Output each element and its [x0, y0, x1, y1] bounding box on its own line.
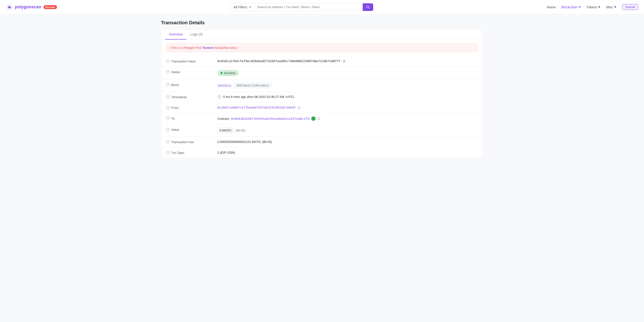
- nav-misc[interactable]: Misc: [606, 5, 616, 9]
- chevron-down-icon: [598, 6, 600, 8]
- help-icon-fee[interactable]: ?: [166, 140, 170, 144]
- field-timestamp: ? Timestamp: 🕐 5 hrs 6 mins ago (Nov-06-…: [161, 92, 483, 102]
- field-status: ? Status: Success: [161, 67, 483, 80]
- header-left: polygonscan Mumbai: [6, 3, 57, 11]
- page-title: Transaction Details: [161, 20, 483, 26]
- field-transaction-hash: ? Transaction Hash: 0x910ca1fb4cfef9ec05…: [161, 56, 483, 67]
- field-transaction-fee: ? Transaction Fee: 0.000555365064031101 …: [161, 137, 483, 148]
- to-address-link[interactable]: 0xb94362b467363594a655deadbe61a1457ad0c2…: [231, 117, 310, 120]
- status-badge: Success: [218, 70, 239, 76]
- field-from: ? From: 0x204fcadb07c577bda947b5fdb33f63…: [161, 102, 483, 113]
- nav-blockchain[interactable]: Blockchain: [561, 5, 581, 9]
- field-value-to: Contract 0xb94362b467363594a655deadbe61a…: [218, 116, 321, 121]
- help-icon-to[interactable]: ?: [166, 116, 170, 120]
- copy-from-icon[interactable]: [298, 106, 301, 109]
- testnet-button[interactable]: Testnet: [622, 4, 638, 10]
- testnet-highlight: Testnet: [202, 46, 213, 50]
- transaction-card: Overview Logs (3) [ This is a Polygon Po…: [161, 29, 483, 158]
- field-label-transaction-hash: ? Transaction Hash:: [166, 59, 214, 63]
- logo[interactable]: polygonscan Mumbai: [6, 3, 57, 11]
- field-label-txn-type: ? Txn Type:: [166, 151, 214, 154]
- field-label-status: ? Status:: [166, 70, 214, 74]
- field-value-from: 0x204fcadb07c577bda947b5fdb33f630330c50e…: [218, 106, 301, 109]
- field-value-status: Success: [218, 70, 239, 76]
- help-icon-status[interactable]: ?: [166, 70, 170, 74]
- field-value-value: 0 MATIC ($0.00): [218, 128, 246, 133]
- help-icon-timestamp[interactable]: ?: [166, 95, 170, 99]
- fee-value: 0.000555365064031101 MATIC ($0.00): [218, 140, 272, 144]
- chevron-down-icon: [578, 6, 581, 8]
- help-icon-txhash[interactable]: ?: [166, 59, 170, 63]
- logo-text: polygonscan: [15, 4, 41, 10]
- nav-home[interactable]: Home: [547, 5, 556, 9]
- timestamp-text: 5 hrs 6 mins ago (Nov-06-2022 02:46:27 A…: [223, 95, 294, 98]
- tab-logs[interactable]: Logs (3): [186, 30, 206, 40]
- copy-txhash-icon[interactable]: [342, 60, 346, 63]
- header: polygonscan Mumbai All Filters Home Bloc…: [0, 0, 644, 14]
- block-number-link[interactable]: 29003213: [218, 84, 231, 88]
- main-nav: Home Blockchain Tokens Misc Testnet: [547, 4, 638, 10]
- field-value-transaction-fee: 0.000555365064031101 MATIC ($0.00): [218, 140, 272, 144]
- clock-icon: 🕐: [218, 95, 221, 98]
- status-dot: [220, 72, 222, 74]
- contract-prefix: Contract: [218, 117, 229, 120]
- verified-icon: ✓: [311, 116, 316, 121]
- field-value-txn-type: 2 (EIP-1559): [218, 151, 235, 154]
- search-bar: All Filters: [230, 3, 373, 11]
- field-label-value: ? Value:: [166, 128, 214, 132]
- copy-to-icon[interactable]: [318, 117, 321, 120]
- field-value-transaction-hash: 0x910ca1fb4cfef9ec050ebe8571636faad05c74…: [218, 59, 346, 63]
- chevron-down-icon: [614, 6, 616, 8]
- txn-type-value: 2 (EIP-1559): [218, 151, 235, 154]
- tab-overview[interactable]: Overview: [165, 30, 186, 40]
- filter-label: All Filters: [234, 5, 247, 9]
- field-value-block: 29003213 3660 Block Confirmations: [218, 83, 272, 88]
- field-label-transaction-fee: ? Transaction Fee:: [166, 140, 214, 144]
- search-button[interactable]: [363, 3, 373, 11]
- usd-value: ($0.00): [236, 128, 245, 132]
- block-confirmations-badge: 3660 Block Confirmations: [233, 83, 272, 88]
- field-label-timestamp: ? Timestamp:: [166, 95, 214, 99]
- field-value: ? Value: 0 MATIC ($0.00): [161, 124, 483, 137]
- search-icon: [366, 5, 370, 9]
- chevron-down-icon: [249, 6, 252, 8]
- search-filter-dropdown[interactable]: All Filters: [230, 3, 254, 11]
- help-icon-block[interactable]: ?: [166, 83, 170, 87]
- matic-amount-badge: 0 MATIC: [218, 128, 234, 133]
- field-value-timestamp: 🕐 5 hrs 6 mins ago (Nov-06-2022 02:46:27…: [218, 95, 294, 98]
- field-to: ? To: Contract 0xb94362b467363594a655dea…: [161, 113, 483, 124]
- main-content: Transaction Details Overview Logs (3) [ …: [155, 14, 489, 164]
- tab-bar: Overview Logs (3): [161, 30, 483, 40]
- nav-tokens[interactable]: Tokens: [586, 5, 600, 9]
- field-label-to: ? To:: [166, 116, 214, 120]
- field-label-from: ? From:: [166, 106, 214, 110]
- help-icon-value[interactable]: ?: [166, 128, 170, 132]
- field-block: ? Block: 29003213 3660 Block Confirmatio…: [161, 80, 483, 92]
- help-icon-txntype[interactable]: ?: [166, 151, 170, 154]
- status-text: Success: [224, 71, 236, 75]
- logo-icon: [6, 3, 13, 11]
- testnet-alert: [ This is a Polygon PoS Testnet transact…: [166, 43, 478, 52]
- search-input[interactable]: [254, 3, 363, 11]
- field-txn-type: ? Txn Type: 2 (EIP-1559): [161, 148, 483, 158]
- field-label-block: ? Block:: [166, 83, 214, 87]
- from-address-link[interactable]: 0x204fcadb07c577bda947b5fdb33f630330c50e…: [218, 106, 296, 109]
- mumbai-badge: Mumbai: [44, 5, 57, 9]
- svg-line-1: [368, 8, 370, 8]
- txn-hash-value: 0x910ca1fb4cfef9ec050ebe8571636faad05c74…: [218, 59, 340, 63]
- help-icon-from[interactable]: ?: [166, 106, 170, 110]
